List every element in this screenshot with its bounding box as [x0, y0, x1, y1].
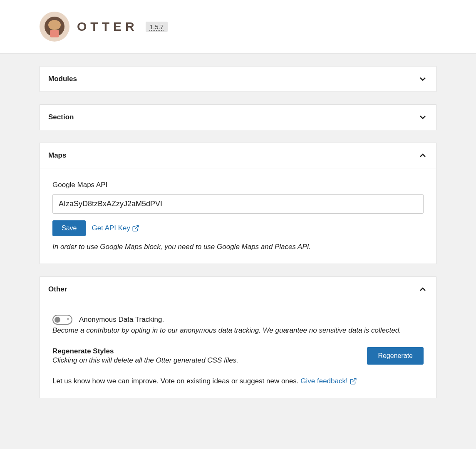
modules-title: Modules — [48, 75, 77, 83]
regenerate-title: Regenerate Styles — [52, 347, 238, 355]
chevron-up-icon — [418, 150, 428, 160]
chevron-down-icon — [418, 112, 428, 122]
section-panel: Section — [40, 104, 436, 130]
regenerate-button[interactable]: Regenerate — [367, 347, 424, 365]
brand-name: OTTER — [77, 20, 138, 34]
modules-panel-toggle[interactable]: Modules — [40, 67, 436, 91]
tracking-label: Anonymous Data Tracking. — [79, 316, 164, 324]
modules-panel: Modules — [40, 66, 436, 92]
get-api-key-link[interactable]: Get API Key — [92, 224, 139, 232]
other-panel-toggle[interactable]: Other — [40, 277, 436, 302]
tracking-toggle[interactable] — [52, 315, 72, 325]
version-badge: 1.5.7 — [146, 22, 168, 32]
maps-title: Maps — [48, 151, 66, 160]
svg-line-1 — [352, 378, 356, 382]
api-key-input[interactable] — [52, 194, 424, 214]
maps-panel-toggle[interactable]: Maps — [40, 143, 436, 168]
chevron-down-icon — [418, 74, 428, 84]
section-panel-toggle[interactable]: Section — [40, 105, 436, 130]
other-title: Other — [48, 285, 67, 294]
get-api-key-label: Get API Key — [92, 224, 130, 232]
give-feedback-link[interactable]: Give feedback! — [300, 377, 357, 385]
maps-help-text: In order to use Google Maps block, you n… — [52, 243, 424, 251]
tracking-help-text: Become a contributor by opting in to our… — [52, 326, 424, 335]
feedback-link-label: Give feedback! — [300, 377, 347, 385]
app-header: OTTER 1.5.7 — [0, 0, 476, 54]
external-link-icon — [132, 224, 139, 232]
feedback-prefix: Let us know how we can improve. Vote on … — [52, 377, 300, 385]
other-panel: Other Anonymous Data Tracking. Become a … — [40, 276, 436, 398]
maps-panel: Maps Google Maps API Save Get API Key In… — [40, 143, 436, 264]
external-link-icon — [350, 377, 357, 385]
feedback-text: Let us know how we can improve. Vote on … — [52, 377, 424, 385]
svg-line-0 — [135, 225, 139, 229]
chevron-up-icon — [418, 284, 428, 294]
save-button[interactable]: Save — [52, 220, 86, 236]
regenerate-help-text: Clicking on this will delete all the Ott… — [52, 356, 238, 365]
section-title: Section — [48, 113, 74, 121]
api-key-label: Google Maps API — [52, 181, 424, 189]
brand-logo — [40, 12, 69, 42]
